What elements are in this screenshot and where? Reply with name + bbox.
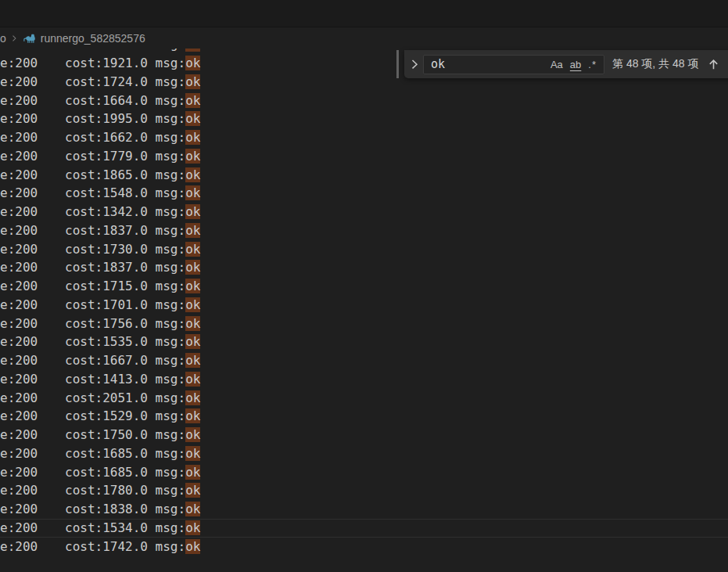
- search-match-highlight: ok: [185, 316, 200, 331]
- log-line[interactable]: e:200cost:1837.0 msg:ok: [0, 221, 728, 240]
- log-line[interactable]: e:200cost:1685.0 msg:ok: [0, 463, 728, 482]
- log-line[interactable]: e:200cost:1701.0 msg:ok: [0, 296, 728, 315]
- search-match-highlight: ok: [185, 130, 200, 145]
- previous-match-button[interactable]: [705, 56, 721, 73]
- editor-content[interactable]: msg:oke:200cost:1921.0 msg:oke:200cost:1…: [0, 0, 728, 572]
- breadcrumb-file-name: runnergo_582852576: [41, 32, 145, 45]
- arrow-up-icon: [707, 58, 720, 71]
- log-line[interactable]: e:200cost:1742.0 msg:ok: [0, 538, 728, 556]
- chevron-right-icon: [408, 58, 421, 70]
- title-bar: [0, 0, 728, 27]
- log-line[interactable]: e:200cost:2051.0 msg:ok: [0, 389, 728, 408]
- log-line[interactable]: e:200cost:1342.0 msg:ok: [0, 203, 728, 221]
- find-widget-sash[interactable]: [396, 50, 399, 78]
- search-match-highlight: ok: [185, 539, 200, 554]
- search-match-highlight: ok: [185, 260, 200, 275]
- toggle-replace-button[interactable]: [407, 56, 421, 73]
- breadcrumb-parent-fragment[interactable]: o: [0, 32, 6, 45]
- log-line[interactable]: e:200cost:1838.0 msg:ok: [0, 500, 728, 519]
- log-line[interactable]: e:200cost:1534.0 msg:ok: [0, 519, 728, 538]
- camel-icon: [23, 32, 36, 45]
- log-line[interactable]: e:200cost:1780.0 msg:ok: [0, 481, 728, 500]
- find-input-box: Aa ab .*: [423, 55, 604, 74]
- match-case-toggle[interactable]: Aa: [550, 59, 563, 70]
- log-line[interactable]: e:200cost:1685.0 msg:ok: [0, 444, 728, 463]
- search-match-highlight: ok: [185, 279, 200, 293]
- log-line[interactable]: e:200cost:1548.0 msg:ok: [0, 184, 728, 203]
- log-line[interactable]: e:200cost:1662.0 msg:ok: [0, 128, 728, 147]
- log-line[interactable]: e:200cost:1865.0 msg:ok: [0, 166, 728, 185]
- search-match-highlight: ok: [185, 372, 200, 387]
- search-match-highlight: ok: [185, 74, 200, 89]
- search-match-highlight: ok: [185, 502, 200, 516]
- chevron-right-icon: [9, 34, 19, 43]
- search-match-highlight: ok: [185, 427, 200, 442]
- log-line[interactable]: e:200cost:1413.0 msg:ok: [0, 370, 728, 389]
- search-match-highlight: ok: [185, 297, 200, 312]
- find-widget: Aa ab .* 第 48 项, 共 48 项: [404, 50, 728, 78]
- search-match-highlight: ok: [185, 149, 200, 164]
- search-match-highlight: ok: [185, 483, 200, 498]
- search-match-highlight: ok: [185, 223, 200, 238]
- log-line[interactable]: e:200cost:1730.0 msg:ok: [0, 240, 728, 259]
- search-match-highlight: ok: [185, 446, 200, 461]
- search-match-highlight: ok: [185, 185, 200, 200]
- search-match-highlight: ok: [185, 56, 200, 70]
- search-match-highlight: ok: [185, 408, 200, 423]
- log-line[interactable]: e:200cost:1750.0 msg:ok: [0, 426, 728, 444]
- search-match-highlight: ok: [185, 353, 200, 368]
- search-match-highlight: ok: [185, 520, 200, 535]
- log-line[interactable]: e:200cost:1529.0 msg:ok: [0, 407, 728, 426]
- search-match-highlight: ok: [185, 93, 200, 108]
- search-match-highlight: ok: [185, 167, 200, 182]
- breadcrumb-file-item[interactable]: runnergo_582852576: [21, 32, 145, 45]
- regex-toggle[interactable]: .*: [588, 59, 597, 70]
- search-match-highlight: ok: [185, 334, 200, 349]
- log-line[interactable]: e:200cost:1837.0 msg:ok: [0, 258, 728, 277]
- find-input[interactable]: [424, 56, 550, 74]
- search-match-highlight: ok: [185, 242, 200, 257]
- log-line[interactable]: e:200cost:1995.0 msg:ok: [0, 110, 728, 128]
- log-line[interactable]: e:200cost:1535.0 msg:ok: [0, 333, 728, 351]
- vscode-window: msg:oke:200cost:1921.0 msg:oke:200cost:1…: [0, 0, 728, 572]
- log-line[interactable]: e:200cost:1664.0 msg:ok: [0, 92, 728, 110]
- log-line[interactable]: e:200cost:1756.0 msg:ok: [0, 315, 728, 333]
- search-match-highlight: ok: [185, 111, 200, 126]
- search-match-highlight: ok: [185, 465, 200, 480]
- breadcrumb: o runnergo_582852576: [0, 28, 728, 49]
- log-line[interactable]: e:200cost:1779.0 msg:ok: [0, 147, 728, 166]
- find-results-count: 第 48 项, 共 48 项: [612, 57, 698, 71]
- search-match-highlight: ok: [185, 204, 200, 219]
- search-match-highlight: ok: [185, 390, 200, 405]
- log-line[interactable]: e:200cost:1715.0 msg:ok: [0, 277, 728, 296]
- log-line[interactable]: e:200cost:1667.0 msg:ok: [0, 351, 728, 370]
- whole-word-label: ab: [570, 59, 581, 70]
- whole-word-toggle[interactable]: ab: [570, 59, 581, 70]
